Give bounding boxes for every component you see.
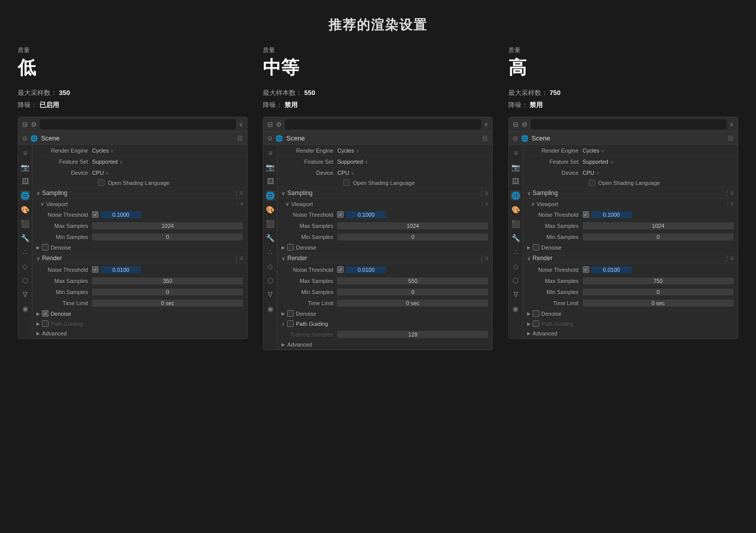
- render-noise-checkbox[interactable]: [583, 266, 589, 273]
- viewport-menu-icon[interactable]: ⋮≡: [725, 201, 733, 207]
- sidebar-icon-render[interactable]: 📷: [265, 162, 275, 172]
- sidebar-icon-physics[interactable]: ◇: [510, 261, 521, 271]
- render-min-samples-field[interactable]: 0: [92, 288, 243, 296]
- time-limit-field[interactable]: 0 sec: [583, 300, 734, 307]
- viewport-menu-icon[interactable]: ⋮≡: [480, 201, 488, 207]
- advanced-row[interactable]: ▶ Advanced: [32, 329, 247, 338]
- sidebar-icon-object[interactable]: ⬛: [510, 219, 521, 229]
- viewport-noise-field[interactable]: 0.1000: [346, 211, 386, 218]
- render-noise-field[interactable]: 0.0100: [346, 266, 386, 273]
- sidebar-icon-constraints[interactable]: ⬡: [20, 275, 30, 285]
- viewport-min-samples-value[interactable]: 0: [92, 233, 243, 240]
- sidebar-icon-modifier[interactable]: 🔧: [20, 233, 30, 243]
- render-denoise-checkbox[interactable]: [42, 310, 49, 317]
- viewport-denoise-row[interactable]: ▶ Denoise: [523, 243, 738, 253]
- scene-header-medium[interactable]: ⊙ 🌐 Scene ⛓: [263, 132, 492, 145]
- viewport-noise-checkbox[interactable]: [92, 211, 99, 218]
- path-guiding-checkbox[interactable]: [287, 320, 294, 327]
- sampling-section-header[interactable]: ∨ Sampling ⋮≡: [277, 187, 492, 199]
- render-min-samples-field[interactable]: 0: [337, 288, 488, 296]
- viewport-denoise-row[interactable]: ▶ Denoise: [32, 243, 247, 253]
- viewport-max-samples-value[interactable]: 1024: [337, 222, 488, 229]
- sidebar-icon-world[interactable]: 🎨: [510, 205, 521, 215]
- viewport-denoise-row[interactable]: ▶ Denoise: [277, 243, 492, 253]
- sidebar-icon-physics[interactable]: ◇: [265, 261, 275, 271]
- sidebar-icon-modifier[interactable]: 🔧: [510, 233, 521, 243]
- osl-checkbox[interactable]: [589, 179, 595, 186]
- path-guiding-row[interactable]: ∨ Path Guiding: [277, 319, 492, 329]
- viewport-max-samples-value[interactable]: 1024: [583, 222, 734, 229]
- render-menu-icon[interactable]: ⋮≡: [233, 255, 243, 262]
- render-section-header[interactable]: ∨ Render ⋮≡: [277, 253, 492, 264]
- viewport-max-samples-field[interactable]: 1024: [583, 222, 734, 229]
- render-menu-icon[interactable]: ⋮≡: [724, 255, 734, 262]
- render-max-samples-field[interactable]: 550: [337, 277, 488, 284]
- sidebar-icon-scene[interactable]: 🌐: [20, 190, 30, 201]
- sidebar-icon-particles[interactable]: ∴: [20, 247, 30, 257]
- sidebar-icon-particles[interactable]: ∴: [265, 247, 275, 257]
- sidebar-icon-world[interactable]: 🎨: [20, 205, 30, 215]
- sidebar-icon-output[interactable]: 🖼: [20, 176, 30, 186]
- render-noise-field[interactable]: 0.0100: [591, 266, 632, 273]
- render-engine-value[interactable]: Cycles ∨: [337, 148, 488, 154]
- sidebar-icon-material[interactable]: ◉: [20, 304, 30, 314]
- render-menu-icon[interactable]: ⋮≡: [479, 255, 488, 262]
- feature-set-value[interactable]: Supported ∨: [92, 159, 243, 165]
- path-guiding-row[interactable]: ▶ Path Guiding: [523, 319, 738, 329]
- sidebar-icon-menu[interactable]: ≡: [265, 148, 275, 158]
- viewport-noise-field[interactable]: 0.1000: [591, 211, 632, 218]
- sidebar-icon-output[interactable]: 🖼: [265, 176, 275, 186]
- render-denoise-row[interactable]: ▶ Denoise: [277, 309, 492, 319]
- search-input-low[interactable]: [40, 119, 236, 129]
- time-limit-field[interactable]: 0 sec: [337, 300, 488, 307]
- advanced-row[interactable]: ▶ Advanced: [277, 340, 492, 350]
- render-section-header[interactable]: ∨ Render ⋮≡: [32, 253, 247, 264]
- sidebar-icon-data[interactable]: ∇: [510, 289, 521, 300]
- viewport-subsection[interactable]: ∨ Viewport ⋮≡: [523, 199, 738, 209]
- render-denoise-row[interactable]: ▶ Denoise: [523, 309, 738, 319]
- sidebar-icon-scene[interactable]: 🌐: [265, 190, 275, 201]
- sidebar-icon-constraints[interactable]: ⬡: [510, 275, 521, 285]
- viewport-denoise-checkbox[interactable]: [533, 244, 539, 251]
- time-limit-field[interactable]: 0 sec: [92, 300, 243, 307]
- scene-header-low[interactable]: ⊙ 🌐 Scene ⛓: [18, 132, 247, 145]
- sidebar-icon-world[interactable]: 🎨: [265, 205, 275, 215]
- sampling-menu-icon[interactable]: ⋮≡: [479, 189, 488, 197]
- sidebar-icon-render[interactable]: 📷: [20, 162, 30, 172]
- render-min-samples-field[interactable]: 0: [583, 288, 734, 296]
- sidebar-icon-material[interactable]: ◉: [265, 304, 275, 314]
- viewport-min-samples-field[interactable]: 0: [583, 233, 734, 240]
- device-value[interactable]: CPU ∨: [92, 170, 243, 176]
- viewport-min-samples-field[interactable]: 0: [337, 233, 488, 240]
- sidebar-icon-data[interactable]: ∇: [265, 289, 275, 300]
- sidebar-icon-data[interactable]: ∇: [20, 289, 30, 300]
- render-max-samples-field[interactable]: 350: [92, 277, 243, 284]
- sidebar-icon-scene[interactable]: 🌐: [510, 190, 521, 201]
- path-guiding-checkbox[interactable]: [42, 320, 49, 327]
- sidebar-icon-particles[interactable]: ∴: [510, 247, 521, 257]
- search-input-medium[interactable]: [285, 119, 481, 129]
- render-engine-value[interactable]: Cycles ∨: [583, 148, 734, 154]
- viewport-max-samples-field[interactable]: 1024: [92, 222, 243, 229]
- viewport-denoise-checkbox[interactable]: [287, 244, 294, 251]
- feature-set-value[interactable]: Supported ∨: [583, 159, 734, 165]
- search-input-high[interactable]: [531, 119, 727, 129]
- sidebar-icon-constraints[interactable]: ⬡: [265, 275, 275, 285]
- render-denoise-checkbox[interactable]: [287, 310, 294, 317]
- render-section-header[interactable]: ∨ Render ⋮≡: [523, 253, 738, 264]
- sidebar-icon-modifier[interactable]: 🔧: [265, 233, 275, 243]
- viewport-min-samples-value[interactable]: 0: [337, 233, 488, 240]
- feature-set-value[interactable]: Supported ∨: [337, 159, 488, 165]
- training-samples-field[interactable]: 128: [337, 331, 488, 338]
- path-guiding-row[interactable]: ▶ Path Guiding: [32, 319, 247, 329]
- render-denoise-checkbox[interactable]: [533, 310, 539, 317]
- sidebar-icon-material[interactable]: ◉: [510, 304, 521, 314]
- advanced-row[interactable]: ▶ Advanced: [523, 329, 738, 338]
- sidebar-icon-physics[interactable]: ◇: [20, 261, 30, 271]
- render-noise-field[interactable]: 0.0100: [101, 266, 141, 273]
- viewport-max-samples-value[interactable]: 1024: [92, 222, 243, 229]
- viewport-max-samples-field[interactable]: 1024: [337, 222, 488, 229]
- scene-header-high[interactable]: ⊙ 🌐 Scene ⛓: [509, 132, 738, 145]
- viewport-min-samples-value[interactable]: 0: [583, 233, 734, 240]
- viewport-min-samples-field[interactable]: 0: [92, 233, 243, 240]
